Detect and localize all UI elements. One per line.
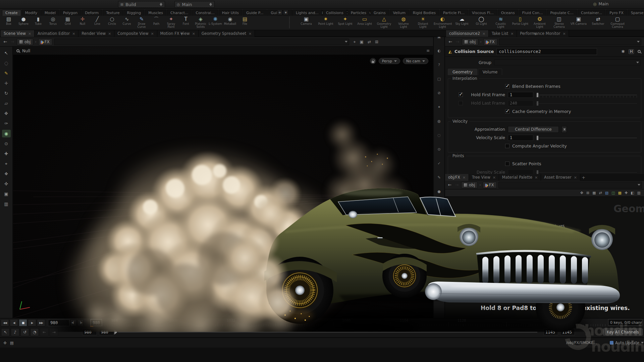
- chevron-down-icon[interactable]: [637, 41, 640, 43]
- close-icon[interactable]: [482, 32, 485, 35]
- keyframe-pointer-icon[interactable]: ↖: [1, 328, 10, 336]
- step-back-button[interactable]: ◀▏: [70, 319, 76, 326]
- hold-first-frame-checkbox[interactable]: [459, 93, 463, 97]
- stop-button[interactable]: ■: [19, 319, 27, 326]
- rows-icon[interactable]: ▥: [637, 191, 641, 195]
- playback-range-start-field[interactable]: 980: [99, 329, 114, 335]
- tool-ambient-light[interactable]: ❂Ambient Light: [530, 16, 549, 28]
- op-list-icon[interactable]: ≡: [426, 48, 430, 53]
- gear-icon[interactable]: ✱: [621, 49, 625, 54]
- sculpt-tool-icon[interactable]: ◉: [2, 130, 11, 137]
- pane-tab[interactable]: Performance Monitor: [517, 30, 569, 37]
- shelf-tab[interactable]: Viscous Fl...: [469, 10, 497, 16]
- tool-curve[interactable]: ∿Curve: [119, 16, 134, 28]
- auto-update-selector[interactable]: Auto Update: [610, 341, 644, 345]
- node-body[interactable]: [546, 242, 559, 246]
- snap-tool-icon[interactable]: ⊙: [2, 140, 11, 147]
- chevron-down-icon[interactable]: [345, 41, 347, 43]
- layout-icon[interactable]: ⊞: [586, 191, 589, 195]
- select-mode-icon[interactable]: ▢: [435, 76, 443, 82]
- tool-grid[interactable]: ▦Grid: [60, 16, 75, 28]
- display-hint-icon[interactable]: ▤: [10, 341, 14, 345]
- tool-vr-camera[interactable]: ▣VR Camera: [569, 16, 588, 28]
- close-icon[interactable]: [249, 32, 252, 35]
- mouse-hint-icon[interactable]: ✜: [3, 341, 7, 345]
- current-frame-field[interactable]: 980: [48, 319, 69, 326]
- annotate-icon[interactable]: ✎: [435, 174, 443, 180]
- shelf-tab[interactable]: Vellum: [390, 10, 409, 16]
- global-range-start-field[interactable]: 980: [82, 329, 97, 335]
- shelf-tab[interactable]: Texture: [103, 10, 123, 16]
- shelf-tab[interactable]: Particle Fl...: [440, 10, 468, 16]
- select-tool-icon[interactable]: ↖: [2, 49, 11, 57]
- close-icon[interactable]: [72, 32, 75, 35]
- split-icon[interactable]: ◧: [631, 191, 634, 195]
- close-icon[interactable]: [574, 176, 577, 179]
- path-field[interactable]: [499, 39, 641, 45]
- shelf-tab[interactable]: Guide P...: [243, 10, 267, 16]
- global-range-end-field[interactable]: 1145: [560, 329, 575, 335]
- back-button[interactable]: ←: [448, 39, 453, 44]
- tool-geometry-light[interactable]: △Geometry Light: [374, 16, 394, 28]
- close-icon[interactable]: [493, 176, 496, 179]
- hold-first-frame-field[interactable]: 1: [508, 92, 533, 98]
- breadcrumb-root[interactable]: obj: [461, 182, 478, 188]
- blend-between-frames-checkbox[interactable]: [505, 84, 509, 88]
- tool-camera[interactable]: ▣Camera: [297, 16, 316, 28]
- compute-angular-velocity-checkbox[interactable]: [505, 144, 509, 148]
- step-forward-button[interactable]: ▕▶: [77, 319, 84, 326]
- tool-l-system[interactable]: ❋L-System: [208, 16, 223, 28]
- realtime-toggle-icon[interactable]: ◔: [30, 328, 39, 336]
- shelf-add-button[interactable]: +: [277, 10, 282, 15]
- tool-area-light[interactable]: ▭Area Light: [355, 16, 374, 28]
- pane-tab[interactable]: Take List: [489, 30, 517, 37]
- pane-tab[interactable]: Render View: [78, 30, 114, 37]
- shelf-menu-button[interactable]: ▾: [283, 10, 288, 15]
- forward-button[interactable]: →: [454, 182, 460, 187]
- shelf-tab[interactable]: Oceans: [498, 10, 518, 16]
- shelf-tab[interactable]: Pyro FX: [606, 10, 627, 16]
- node-name-field[interactable]: collisionsource2: [496, 48, 597, 55]
- add-pane-tab-button[interactable]: [532, 30, 539, 37]
- grid-toggle-icon[interactable]: ▥: [435, 202, 443, 208]
- scene-viewport[interactable]: Null ≡ Persp No cam: [13, 47, 433, 318]
- display-green-icon[interactable]: ◫: [611, 191, 615, 195]
- param-tab[interactable]: Geometry: [448, 69, 477, 75]
- add-pane-tab-button[interactable]: [178, 30, 185, 37]
- approximation-dropdown[interactable]: Central Difference: [508, 126, 559, 133]
- scale-tool-icon[interactable]: ▱: [2, 100, 11, 107]
- pane-tab[interactable]: Motion FX View: [157, 30, 199, 37]
- tool-sphere[interactable]: ●Sphere: [16, 16, 31, 28]
- volume-toggle-icon[interactable]: ◍: [435, 118, 443, 124]
- translate-tool-icon[interactable]: ✛: [2, 79, 11, 87]
- shelf-tab[interactable]: Polygon: [60, 10, 81, 16]
- group-field[interactable]: [494, 59, 641, 65]
- hand-tool-icon[interactable]: ❖: [2, 170, 11, 178]
- velocity-scale-field[interactable]: 1: [508, 135, 533, 141]
- add-icon[interactable]: ✚: [625, 191, 628, 195]
- dot-icon[interactable]: ●: [435, 188, 443, 194]
- shelf-tab[interactable]: Container...: [578, 10, 605, 16]
- close-icon[interactable]: [535, 176, 538, 179]
- chevron-down-icon[interactable]: [636, 62, 639, 63]
- search-icon[interactable]: [638, 50, 641, 53]
- tool-null[interactable]: ✛Null: [75, 16, 90, 28]
- tool-stereo-camera[interactable]: ◫Stereo Camera: [549, 16, 569, 28]
- pane-tab[interactable]: Composite View: [114, 30, 157, 37]
- shelf-tab[interactable]: Constrai...: [192, 10, 218, 16]
- spinner-icon[interactable]: [209, 2, 212, 6]
- network-canvas[interactable]: Geometry blast5 attribdelete1 Hold 8 or …: [445, 197, 644, 318]
- close-icon[interactable]: [192, 32, 195, 35]
- pane-tab[interactable]: Material Palette: [499, 174, 541, 181]
- tool-gi-light[interactable]: ◯GI Light: [472, 16, 491, 28]
- close-icon[interactable]: [511, 32, 514, 35]
- tool-file[interactable]: ▤File: [237, 16, 252, 28]
- hold-last-frame-checkbox[interactable]: [459, 101, 463, 105]
- close-icon[interactable]: [108, 32, 111, 35]
- pane-tab[interactable]: Scene View: [1, 30, 35, 37]
- breadcrumb-context[interactable]: FX: [483, 182, 497, 188]
- shading-mode-icon[interactable]: ◐: [435, 48, 443, 54]
- tool-sky-light[interactable]: ☁Sky Light: [452, 16, 472, 28]
- forward-button[interactable]: →: [10, 39, 15, 44]
- wireframe-icon[interactable]: ◌: [435, 132, 443, 138]
